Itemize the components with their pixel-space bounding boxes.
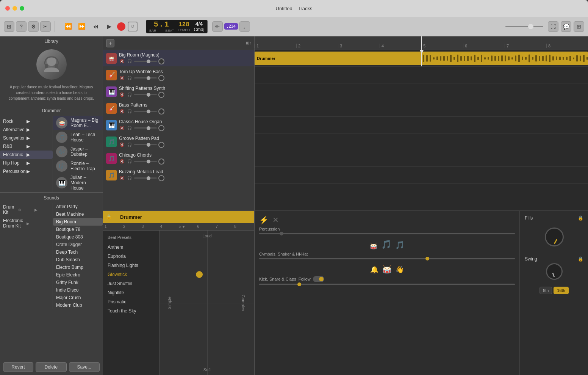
help-button[interactable]: ? <box>16 21 27 32</box>
vol-thumb-7[interactable] <box>147 176 150 180</box>
drummer-pad-area[interactable]: Loud Soft Simple Complex <box>160 231 254 375</box>
track-item-1[interactable]: 🎸 Torn Up Wobble Bass 🔇 🎧 <box>103 67 254 83</box>
play-button[interactable]: ▶ <box>103 21 115 32</box>
vol-thumb-0[interactable] <box>147 60 150 63</box>
kick-slider[interactable] <box>259 284 515 285</box>
follow-toggle[interactable] <box>313 276 324 282</box>
mute-btn-2[interactable]: 🔇 <box>119 92 125 98</box>
library-button[interactable]: ⊞ <box>4 21 14 32</box>
add-track-button[interactable]: + <box>106 39 114 47</box>
sounds-cat-electronic[interactable]: Electronic Drum Kit ▶ <box>0 217 53 230</box>
volume-slider-0[interactable] <box>134 61 157 62</box>
time-sig-display[interactable]: 4/4 Cmaj <box>194 21 204 32</box>
sixteenth-note-btn[interactable]: 16th <box>554 287 568 294</box>
category-songwriter[interactable]: Songwriter ▶ <box>0 134 53 142</box>
cymbals-thumb[interactable] <box>425 257 429 260</box>
eighth-note-btn[interactable]: 8th <box>540 287 552 294</box>
tempo-display[interactable]: 128 TEMPO <box>178 21 190 32</box>
track-item-7[interactable]: 🎵 Buzzing Metallic Lead 🔇 🎧 <box>103 167 254 184</box>
drummer-item-0[interactable]: 🥁 Magnus – Big Room E... <box>53 116 103 130</box>
swing-knob[interactable] <box>546 263 563 280</box>
percussion-slider[interactable] <box>259 233 515 234</box>
headphone-btn-4[interactable]: 🎧 <box>127 125 133 131</box>
sounds-item-4[interactable]: Boutique 808 <box>53 233 103 241</box>
pan-knob-3[interactable] <box>158 108 164 115</box>
percussion-thumb[interactable] <box>280 232 283 235</box>
sounds-item-2[interactable]: Big Room <box>53 218 103 226</box>
preset-flashing[interactable]: Flashing Lights <box>103 261 160 270</box>
headphone-btn-2[interactable]: 🎧 <box>127 92 133 98</box>
track-item-4[interactable]: 🎹 Classic House Organ 🔇 🎧 <box>103 117 254 133</box>
fills-lock-icon[interactable]: 🔒 <box>578 215 583 221</box>
sounds-item-5[interactable]: Crate Digger <box>53 241 103 248</box>
category-rock[interactable]: Rock ▶ <box>0 117 53 126</box>
track-item-2[interactable]: 🎹 Shifting Patterns Synth 🔇 🎧 <box>103 83 254 100</box>
pan-knob-6[interactable] <box>158 158 164 165</box>
track-item-5[interactable]: 🎵 Groove Pattern Pad 🔇 🎧 <box>103 133 254 150</box>
metronome-button[interactable]: ♩ <box>239 21 250 32</box>
sounds-item-3[interactable]: Boutique 78 <box>53 226 103 233</box>
maximize-button[interactable] <box>20 6 24 11</box>
mute-btn-0[interactable]: 🔇 <box>119 58 125 64</box>
mute-btn-1[interactable]: 🔇 <box>119 75 125 81</box>
volume-slider-3[interactable] <box>134 111 157 112</box>
master-volume-slider[interactable] <box>505 26 543 27</box>
mute-btn-4[interactable]: 🔇 <box>119 125 125 131</box>
vol-thumb-6[interactable] <box>147 160 150 163</box>
track-item-6[interactable]: 🎵 Chicago Chords 🔇 🎧 <box>103 150 254 167</box>
sounds-item-13[interactable]: Modern Club <box>53 301 103 309</box>
fills-knob[interactable] <box>545 228 564 246</box>
drummer-region-continuation[interactable] <box>421 52 588 65</box>
revert-button[interactable]: Revert <box>3 362 33 372</box>
volume-slider-1[interactable] <box>134 77 157 78</box>
volume-slider-4[interactable] <box>134 127 157 129</box>
preset-anthem[interactable]: Anthem <box>103 243 160 252</box>
pencil-button[interactable]: ✏ <box>212 21 223 32</box>
track-item-0[interactable]: 🥁 Big Room (Magnus) 🔇 🎧 <box>103 50 254 67</box>
fastforward-button[interactable]: ⏩ <box>76 21 88 32</box>
minimize-button[interactable] <box>13 6 17 11</box>
sounds-item-10[interactable]: Gritty Funk <box>53 279 103 286</box>
volume-slider-6[interactable] <box>134 161 157 162</box>
headphone-btn-6[interactable]: 🎧 <box>127 158 133 165</box>
volume-slider-2[interactable] <box>134 94 157 95</box>
pan-knob-2[interactable] <box>158 92 164 98</box>
category-alternative[interactable]: Alternative ▶ <box>0 126 53 134</box>
settings-button[interactable]: ⚙ <box>28 21 39 32</box>
drummer-item-4[interactable]: 🎹 Julian – Modern House <box>53 173 103 192</box>
rewind-button[interactable]: ⏪ <box>63 21 74 32</box>
lightning-icon[interactable]: ⚡ <box>259 215 269 224</box>
pan-knob-4[interactable] <box>158 125 164 131</box>
headphone-btn-3[interactable]: 🎧 <box>127 108 133 115</box>
preset-touch-sky[interactable]: Touch the Sky <box>103 306 160 315</box>
mute-btn-6[interactable]: 🔇 <box>119 158 125 165</box>
vol-thumb-3[interactable] <box>147 110 150 113</box>
sounds-cat-drum-kit[interactable]: Drum Kit ⊕ ▶ <box>0 203 53 217</box>
preset-just-shufflin[interactable]: Just Shufflin <box>103 279 160 288</box>
vol-thumb-2[interactable] <box>147 93 150 97</box>
key-command-button[interactable]: ♩234 <box>224 23 238 30</box>
smart-controls-button[interactable]: 💬 <box>561 21 571 32</box>
drum-kit-add[interactable]: ⊕ <box>18 208 33 212</box>
mute-btn-5[interactable]: 🔇 <box>119 142 125 148</box>
preset-nightlife[interactable]: Nightlife <box>103 288 160 297</box>
scissors-button[interactable]: ✂ <box>40 21 51 32</box>
sounds-item-8[interactable]: Electro Bump <box>53 264 103 271</box>
headphone-btn-7[interactable]: 🎧 <box>127 175 133 181</box>
headphone-btn-5[interactable]: 🎧 <box>127 142 133 148</box>
preset-glowstick[interactable]: Glowstick <box>103 270 160 279</box>
skipback-button[interactable]: ⏮ <box>90 21 101 32</box>
pan-knob-7[interactable] <box>158 175 164 181</box>
volume-slider-7[interactable] <box>134 177 157 179</box>
volume-thumb[interactable] <box>528 24 533 29</box>
sounds-item-12[interactable]: Major Crush <box>53 294 103 301</box>
vol-thumb-1[interactable] <box>147 76 150 80</box>
sounds-item-0[interactable]: After Party <box>53 203 103 210</box>
sounds-item-1[interactable]: Beat Machine <box>53 210 103 218</box>
track-list-filter[interactable]: ⊞↑ <box>246 41 252 46</box>
track-item-3[interactable]: 🎸 Bass Patterns 🔇 🎧 <box>103 100 254 117</box>
swing-lock-icon[interactable]: 🔒 <box>578 256 583 262</box>
drummer-item-3[interactable]: 🎼 Ronnie – Electro Trap <box>53 159 103 173</box>
drummer-item-2[interactable]: 🎶 Jasper – Dubstep <box>53 144 103 159</box>
vol-thumb-5[interactable] <box>147 143 150 147</box>
